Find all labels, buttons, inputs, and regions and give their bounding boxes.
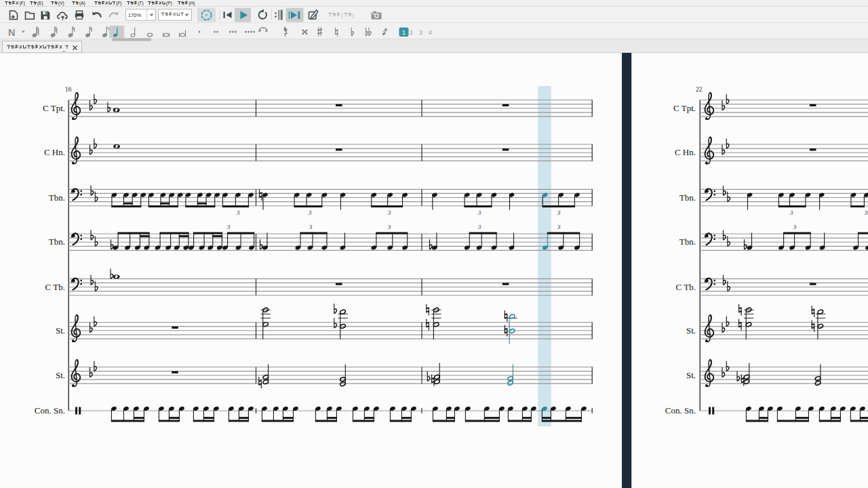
svg-text:16: 16 bbox=[65, 86, 72, 93]
svg-text:(A): (A) bbox=[79, 1, 85, 6]
svg-text:4: 4 bbox=[429, 29, 432, 36]
svg-text:(T): (T) bbox=[138, 1, 143, 6]
svg-text:3: 3 bbox=[477, 224, 481, 230]
svg-text:(E): (E) bbox=[37, 1, 43, 6]
svg-text:3: 3 bbox=[477, 209, 481, 216]
svg-text:C Tb.: C Tb. bbox=[45, 282, 65, 292]
svg-text:(V): (V) bbox=[58, 1, 64, 6]
svg-text:3: 3 bbox=[789, 209, 793, 216]
svg-text:(F): (F) bbox=[116, 1, 121, 6]
svg-text:3: 3 bbox=[557, 224, 561, 230]
svg-text:C Tb.: C Tb. bbox=[676, 282, 696, 292]
svg-text:Tbn.: Tbn. bbox=[679, 192, 696, 203]
svg-text:(P): (P) bbox=[166, 1, 172, 6]
svg-text:3: 3 bbox=[793, 224, 797, 230]
svg-text:St.: St. bbox=[686, 370, 696, 380]
svg-text:): ) bbox=[353, 13, 354, 18]
svg-text:3: 3 bbox=[419, 29, 422, 36]
svg-text:St.: St. bbox=[686, 325, 696, 336]
svg-text:C Hn.: C Hn. bbox=[44, 147, 65, 157]
svg-text:N: N bbox=[8, 27, 15, 38]
svg-text:3: 3 bbox=[309, 224, 313, 230]
svg-text:Con. Sn.: Con. Sn. bbox=[35, 405, 65, 415]
svg-text:3: 3 bbox=[387, 209, 391, 216]
svg-text:_: _ bbox=[62, 46, 65, 52]
svg-text:22: 22 bbox=[696, 86, 703, 93]
svg-text:3: 3 bbox=[236, 209, 240, 216]
svg-text:1: 1 bbox=[402, 29, 406, 36]
svg-text:3: 3 bbox=[864, 209, 868, 216]
svg-text:Tbn.: Tbn. bbox=[49, 237, 65, 247]
svg-text:St.: St. bbox=[56, 370, 65, 380]
svg-text:St.: St. bbox=[56, 325, 65, 336]
svg-text:3: 3 bbox=[308, 209, 312, 216]
svg-text:Tbn.: Tbn. bbox=[679, 237, 696, 247]
svg-text:C Hn.: C Hn. bbox=[675, 147, 696, 157]
svg-text:2: 2 bbox=[410, 29, 413, 36]
svg-text:Con. Sn.: Con. Sn. bbox=[665, 405, 696, 415]
svg-text:3: 3 bbox=[557, 209, 561, 216]
svg-text:3: 3 bbox=[387, 224, 391, 230]
svg-text:3: 3 bbox=[226, 224, 231, 230]
svg-text:(H): (H) bbox=[189, 1, 195, 6]
svg-text:C Tpt.: C Tpt. bbox=[673, 103, 696, 113]
svg-text:(F): (F) bbox=[20, 1, 25, 6]
svg-text:Tbn.: Tbn. bbox=[49, 192, 65, 203]
svg-text:170%: 170% bbox=[128, 12, 142, 18]
svg-text:C Tpt.: C Tpt. bbox=[43, 103, 65, 113]
